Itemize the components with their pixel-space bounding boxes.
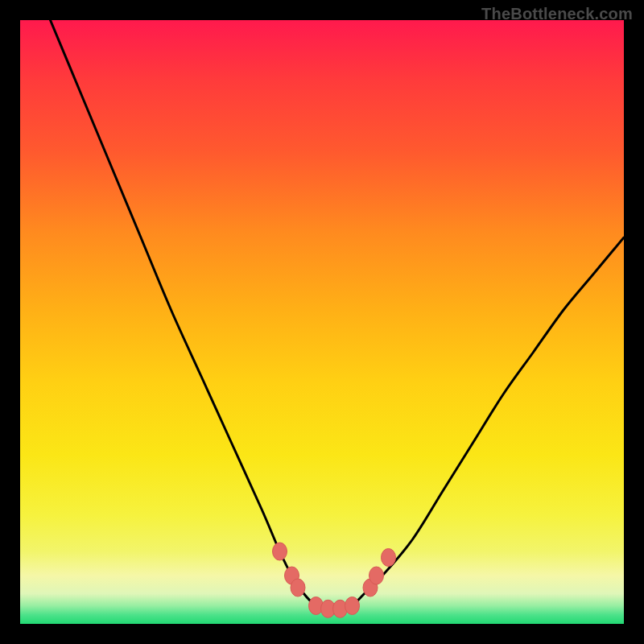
curve-marker xyxy=(382,549,396,567)
chart-plot-area xyxy=(20,20,624,624)
chart-frame: TheBottleneck.com xyxy=(0,0,644,644)
curve-marker xyxy=(291,579,305,597)
curve-marker xyxy=(369,567,384,584)
curve-marker xyxy=(345,597,360,615)
curve-marker xyxy=(273,543,287,560)
watermark-text: TheBottleneck.com xyxy=(481,5,633,23)
bottleneck-curve xyxy=(20,20,624,624)
